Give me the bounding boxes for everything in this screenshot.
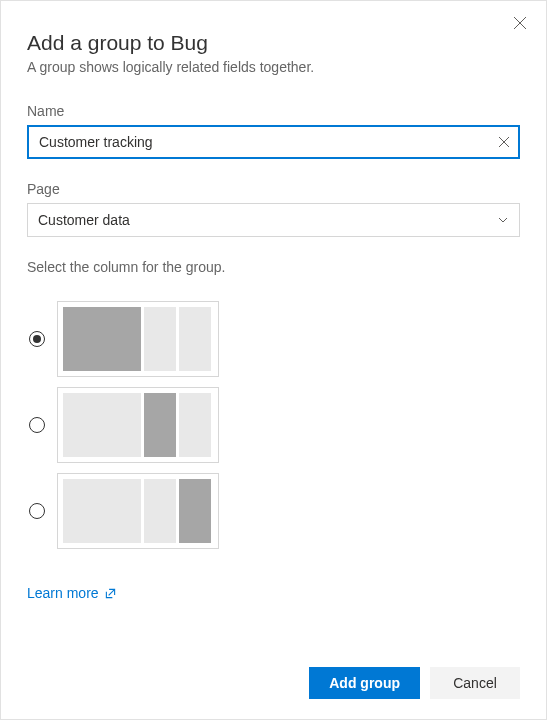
layout-preview-3 <box>57 473 219 549</box>
layout-preview-1 <box>57 301 219 377</box>
page-select[interactable]: Customer data <box>27 203 520 237</box>
page-label: Page <box>27 181 520 197</box>
column-option-2[interactable] <box>27 387 520 463</box>
layout-col <box>179 393 211 457</box>
dialog-title: Add a group to Bug <box>27 31 520 55</box>
add-group-dialog: Add a group to Bug A group shows logical… <box>0 0 547 720</box>
layout-col <box>63 393 141 457</box>
name-label: Name <box>27 103 520 119</box>
page-field-group: Page Customer data <box>27 181 520 237</box>
column-option-1[interactable] <box>27 301 520 377</box>
column-radio-1[interactable] <box>29 331 45 347</box>
external-link-icon <box>105 588 116 599</box>
layout-col <box>179 307 211 371</box>
svg-line-4 <box>108 589 114 595</box>
name-input[interactable] <box>29 127 518 157</box>
layout-col <box>179 479 211 543</box>
learn-more-label: Learn more <box>27 585 99 601</box>
add-group-button[interactable]: Add group <box>309 667 420 699</box>
layout-col <box>63 479 141 543</box>
dialog-footer: Add group Cancel <box>309 667 520 699</box>
dialog-subtitle: A group shows logically related fields t… <box>27 59 520 75</box>
clear-name-button[interactable] <box>498 136 510 148</box>
clear-icon <box>498 136 510 148</box>
column-radio-3[interactable] <box>29 503 45 519</box>
layout-col <box>144 479 176 543</box>
page-select-value: Customer data <box>38 212 497 228</box>
chevron-down-icon <box>497 214 509 226</box>
column-radio-2[interactable] <box>29 417 45 433</box>
layout-col <box>63 307 141 371</box>
dialog-close-button[interactable] <box>510 13 530 33</box>
column-prompt: Select the column for the group. <box>27 259 520 275</box>
cancel-button[interactable]: Cancel <box>430 667 520 699</box>
layout-preview-2 <box>57 387 219 463</box>
layout-col <box>144 307 176 371</box>
name-input-wrapper <box>27 125 520 159</box>
learn-more-link[interactable]: Learn more <box>27 585 116 601</box>
layout-col <box>144 393 176 457</box>
close-icon <box>513 16 527 30</box>
column-option-3[interactable] <box>27 473 520 549</box>
name-field-group: Name <box>27 103 520 159</box>
